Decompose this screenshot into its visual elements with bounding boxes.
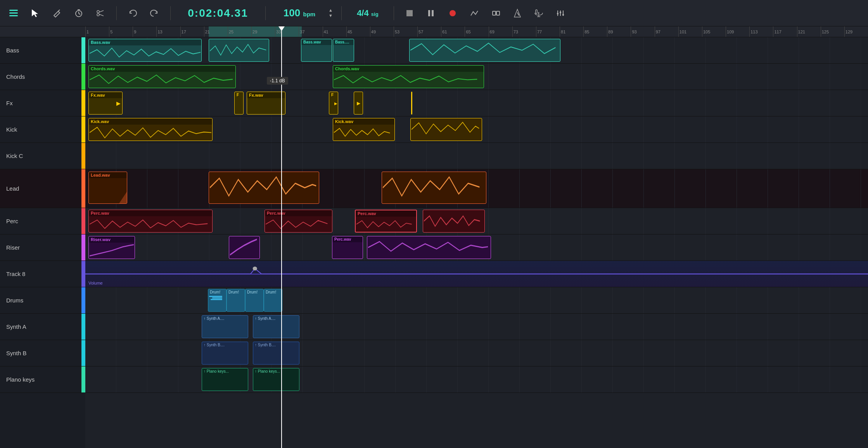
clip-perc-3[interactable]: Perc.wav [355, 210, 417, 233]
clip-riser-4[interactable] [367, 236, 491, 259]
pause-button[interactable] [424, 7, 438, 20]
clip-kick-1[interactable]: Kick.wav [88, 118, 213, 141]
track-label-drums[interactable]: Drums [0, 287, 85, 314]
ruler-mark-45: 45 [346, 26, 352, 37]
track-name-chords: Chords [6, 73, 25, 80]
clip-fx-4[interactable]: F ▶ [329, 92, 338, 115]
clip-fx-6[interactable] [411, 92, 412, 115]
track-color-synth-a [81, 314, 85, 340]
ruler-mark-113: 113 [749, 26, 757, 37]
track-name-bass: Bass [6, 47, 19, 54]
clip-lead-3[interactable] [382, 172, 486, 204]
cursor-tool-button[interactable] [28, 6, 43, 20]
clip-lead-2[interactable] [209, 172, 319, 204]
track-row-kick-c[interactable] [85, 143, 868, 169]
bpm-down-arrow[interactable]: ▼ [329, 13, 333, 18]
track-label-kick-c[interactable]: Kick C [0, 143, 85, 169]
track-row-bass[interactable]: Bass.wav Bass.wav [85, 37, 868, 64]
clip-piano-1[interactable]: ↑ Plano keys... [202, 368, 248, 391]
undo-button[interactable] [125, 7, 140, 20]
divider-5 [394, 6, 394, 20]
pencil-tool-button[interactable] [50, 7, 64, 20]
timer-button[interactable] [71, 7, 86, 20]
track-row-piano[interactable]: ↑ Plano keys... ↑ Plano keys... [85, 366, 868, 393]
track-label-track8[interactable]: Track 8 [0, 261, 85, 287]
track-label-bass[interactable]: Bass [0, 37, 85, 64]
clip-drums-1[interactable]: Drum! [208, 289, 227, 312]
clip-bass-1[interactable]: Bass.wav [88, 39, 202, 62]
ruler[interactable]: 1591317212529333741454953576165697377818… [85, 26, 868, 37]
track-row-synth-b[interactable]: ↑ Synth B.... ↑ Synth B.... [85, 340, 868, 366]
clip-synth-a-2[interactable]: ↑ Synth A.... [253, 315, 299, 338]
clip-drums-4[interactable]: Drum! [264, 289, 282, 312]
clip-bass-3[interactable]: Bass.wav [301, 39, 332, 62]
clip-synth-a-1[interactable]: ↑ Synth A.... [202, 315, 248, 338]
track-row-kick[interactable]: Kick.wav Kick.wav [85, 116, 868, 143]
track-color-kick [81, 116, 85, 142]
track-row-synth-a[interactable]: ↑ Synth A.... ↑ Synth A.... [85, 314, 868, 340]
track-row-lead[interactable]: Lead.wav [85, 169, 868, 208]
track-label-piano[interactable]: Plano keys [0, 366, 85, 393]
clip-riser-3[interactable]: Perc.wav [332, 236, 363, 259]
clip-fx-3[interactable]: Fx.wav [247, 92, 285, 115]
stop-button[interactable] [403, 7, 417, 19]
track-row-drums[interactable]: Drum! Drum! Drum! Drum! [85, 287, 868, 314]
clip-lead-1[interactable]: Lead.wav [88, 172, 127, 204]
audio-input-button[interactable] [531, 7, 546, 20]
clip-synth-a-1-label: ↑ Synth A.... [202, 316, 248, 321]
clip-fx-2[interactable]: F [234, 92, 244, 115]
clip-chords-2[interactable]: Chords.wav [333, 65, 484, 88]
clip-fx-1[interactable]: Fx.wav ▶ [88, 92, 123, 115]
metronome-button[interactable] [510, 6, 524, 20]
menu-button[interactable] [6, 7, 21, 19]
clip-riser-2[interactable] [229, 236, 260, 259]
clip-kick-2[interactable]: Kick.wav [333, 118, 395, 141]
ruler-mark-21: 21 [204, 26, 210, 37]
bpm-arrows[interactable]: ▲ ▼ [329, 8, 333, 18]
clip-perc-2[interactable]: Perc.wav [265, 210, 332, 233]
timeline-area[interactable]: 1591317212529333741454953576165697377818… [85, 26, 868, 448]
clip-fx-1-label: Fx.wav [89, 92, 122, 98]
track-label-chords[interactable]: Chords [0, 64, 85, 90]
redo-button[interactable] [147, 7, 162, 20]
clip-fx-5[interactable]: ▶ [354, 92, 363, 115]
track-row-track8[interactable]: Volume [85, 261, 868, 287]
track-label-fx[interactable]: Fx [0, 90, 85, 116]
ruler-mark-69: 69 [489, 26, 495, 37]
bpm-up-arrow[interactable]: ▲ [329, 8, 333, 13]
track-label-kick[interactable]: Kick [0, 116, 85, 143]
clip-perc-4[interactable] [423, 210, 485, 233]
svg-line-7 [79, 14, 80, 14]
ruler-mark-105: 105 [702, 26, 710, 37]
scissors-button[interactable] [93, 7, 108, 20]
track-label-perc[interactable]: Perc [0, 208, 85, 234]
clip-piano-2[interactable]: ↑ Plano keys... [253, 368, 299, 391]
clip-drums-3[interactable]: Drum! [245, 289, 264, 312]
clip-kick-3[interactable] [410, 118, 482, 141]
track-label-synth-b[interactable]: Synth B [0, 340, 85, 366]
track-label-synth-a[interactable]: Synth A [0, 314, 85, 340]
automation-button[interactable] [467, 7, 482, 19]
clip-bass-4[interactable]: Bass.wav [333, 39, 354, 62]
clip-riser-1[interactable]: Riser.wav [88, 236, 135, 259]
track-row-perc[interactable]: Perc.wav Perc.wav Perc.wav [85, 208, 868, 234]
mixer-button[interactable] [553, 7, 568, 20]
track-row-riser[interactable]: Riser.wav Perc.wav [85, 234, 868, 261]
clip-bass-5[interactable] [409, 39, 560, 62]
clip-synth-b-1[interactable]: ↑ Synth B.... [202, 342, 248, 365]
clip-chords-1[interactable]: Chords.wav [88, 65, 236, 88]
track-row-fx[interactable]: Fx.wav ▶ F Fx.wav F ▶ ▶ [85, 90, 868, 116]
sig-label: sig [371, 11, 379, 17]
clip-bass-2[interactable] [209, 39, 269, 62]
track-row-chords[interactable]: Chords.wav Chords.wav [85, 64, 868, 90]
track-label-lead[interactable]: Lead [0, 169, 85, 208]
loop-button[interactable] [489, 7, 503, 20]
record-button[interactable] [445, 7, 460, 20]
clip-perc-1-label: Perc.wav [89, 210, 212, 216]
clip-drums-2[interactable]: Drum! [227, 289, 245, 312]
clip-synth-b-2[interactable]: ↑ Synth B.... [253, 342, 299, 365]
svg-point-31 [253, 267, 257, 271]
track-label-riser[interactable]: Riser [0, 234, 85, 261]
clip-perc-1[interactable]: Perc.wav [88, 210, 213, 233]
toolbar: 0:02:04.31 100 bpm ▲ ▼ 4/4 sig [0, 0, 868, 26]
